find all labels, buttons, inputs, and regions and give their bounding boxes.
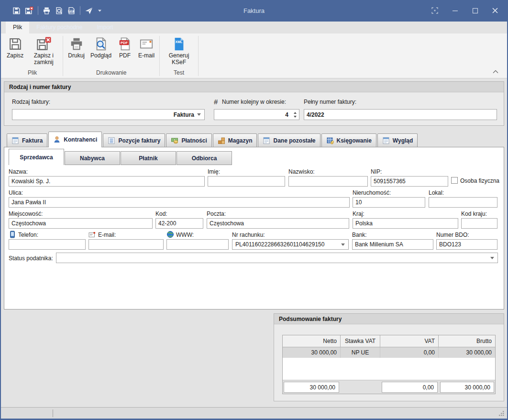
lokal-input[interactable] [429, 197, 497, 208]
rodzaj-faktury-combo[interactable]: Faktura [12, 109, 205, 120]
ulica-input[interactable] [9, 197, 350, 208]
telefon-input[interactable] [9, 239, 86, 250]
pdf-icon: PDF [118, 37, 132, 51]
boxes-icon [218, 137, 225, 144]
focus-mode-button[interactable] [429, 4, 441, 17]
globe-icon [166, 231, 174, 238]
email-small-icon [88, 231, 96, 239]
subtab-platnik[interactable]: Płatnik [121, 151, 176, 165]
tab-label: Faktura [22, 137, 43, 144]
resize-grip[interactable] [498, 410, 505, 417]
button-label: Drukuj [68, 53, 85, 59]
ribbon: Zapisz Zapisz i zamknij Plik Drukuj Podg… [0, 33, 508, 78]
tab-wyglad[interactable]: Wygląd [377, 133, 418, 147]
nr-rachunku-label: Nr rachunku: [232, 232, 265, 238]
tab-platnosci[interactable]: Płatności [166, 133, 211, 147]
numer-kolejny-spinner[interactable]: 4 [214, 109, 299, 120]
subtab-sprzedawca[interactable]: Sprzedawca [9, 149, 64, 165]
save-close-icon [36, 37, 51, 51]
maximize-button[interactable] [469, 4, 481, 17]
button-label: Zapisz i zamknij [29, 53, 58, 66]
subtab-odbiorca[interactable]: Odbiorca [177, 151, 232, 165]
spinner-value: 4 [214, 110, 291, 120]
status-podatnika-label: Status podatnika: [9, 255, 53, 262]
nip-label: NIP: [371, 168, 382, 175]
imie-label: Imię: [208, 168, 220, 175]
list-icon [108, 137, 115, 144]
miejscowosc-input[interactable] [9, 218, 153, 229]
email-icon [139, 37, 154, 51]
email-button[interactable]: E-mail [135, 34, 157, 59]
groupbox-title: Podsumowanie faktury [274, 314, 504, 324]
poczta-label: Poczta: [207, 210, 226, 217]
tab-dane-pozostale[interactable]: Dane pozostałe [258, 133, 320, 147]
ribbon-tab-plik[interactable]: Plik [6, 22, 29, 33]
nip-input[interactable] [371, 176, 448, 187]
tab-label: Kontrahenci [64, 136, 97, 143]
zapisz-button[interactable]: Zapisz [4, 34, 26, 59]
money-icon [171, 137, 178, 144]
tab-label: Wygląd [393, 137, 413, 144]
button-label: E-mail [138, 53, 155, 59]
ribbon-group-label: Drukowanie [65, 68, 157, 78]
table-empty-area [283, 358, 495, 380]
tab-pozycje-faktury[interactable]: Pozycje faktury [103, 133, 165, 147]
nieruchomosc-label: Nieruchomość: [353, 189, 391, 196]
spin-down-icon[interactable] [294, 116, 297, 118]
tab-magazyn[interactable]: Magazyn [213, 133, 257, 147]
summary-groupbox: Podsumowanie faktury Netto Stawka VAT VA… [274, 313, 504, 401]
window-controls [429, 4, 501, 17]
maximize-icon [472, 7, 479, 14]
cell-vat: 0,00 [380, 347, 439, 358]
poczta-input[interactable] [207, 218, 349, 229]
close-button[interactable] [489, 4, 501, 17]
column-header-netto: Netto [283, 335, 341, 347]
zapisz-i-zamknij-button[interactable]: Zapisz i zamknij [26, 34, 61, 66]
subtab-nabywca[interactable]: Nabywca [65, 151, 120, 165]
tab-ksiegowanie[interactable]: Księgowanie [321, 133, 376, 147]
ribbon-group-label: Plik [4, 68, 61, 78]
kraj-label: Kraj: [353, 210, 364, 217]
email-input[interactable] [88, 239, 164, 250]
xml-file-icon: XML [172, 37, 186, 51]
imie-input[interactable] [208, 176, 285, 187]
ribbon-group-test: XML Generuj KSeF Test [161, 34, 197, 78]
combo-value: Faktura [12, 111, 197, 118]
nieruchomosc-input[interactable] [353, 197, 425, 208]
osoba-fizyczna-checkbox[interactable] [451, 177, 458, 184]
status-bar-divider [53, 409, 53, 417]
ribbon-collapse-button[interactable] [492, 69, 499, 75]
cell-stawka-vat: NP UE [341, 347, 380, 358]
column-header-stawka-vat: Stawka VAT [341, 335, 380, 347]
status-podatnika-combo[interactable] [56, 253, 498, 263]
nazwa-input[interactable] [9, 176, 205, 187]
total-netto: 30 000,00 [284, 382, 339, 393]
miejscowosc-label: Miejscowość: [9, 210, 43, 217]
nazwisko-input[interactable] [288, 176, 368, 187]
svg-text:PDF: PDF [121, 41, 128, 45]
pelny-numer-input[interactable] [304, 109, 497, 120]
close-icon [491, 7, 499, 14]
ribbon-tab-import[interactable]: Import [89, 22, 120, 33]
podglad-button[interactable]: Podgląd [88, 34, 114, 59]
ribbon-tab-faktury-pochodne[interactable]: Faktury pochodne [29, 22, 89, 33]
numer-bdo-label: Numer BDO: [436, 232, 469, 238]
invoice-type-groupbox: Rodzaj i numer faktury Rodzaj faktury: F… [4, 81, 504, 126]
bank-input[interactable] [352, 239, 433, 250]
kod-input[interactable] [155, 218, 203, 229]
kod-kraju-input[interactable] [461, 218, 497, 229]
ribbon-group-plik: Zapisz Zapisz i zamknij Plik [3, 34, 62, 78]
ledger-icon [326, 137, 334, 144]
numer-bdo-input[interactable] [436, 239, 497, 250]
generuj-ksef-button[interactable]: XML Generuj KSeF [162, 34, 196, 66]
spin-up-icon[interactable] [294, 112, 297, 114]
tab-kontrahenci[interactable]: Kontrahenci [48, 132, 102, 147]
kraj-input[interactable] [353, 218, 458, 229]
www-input[interactable] [166, 239, 229, 250]
pdf-button-large[interactable]: PDF PDF [114, 34, 135, 59]
tab-faktura[interactable]: Faktura [7, 133, 47, 147]
nr-rachunku-combo[interactable]: PL40116022286632601104629150 [232, 239, 349, 250]
drukuj-button[interactable]: Drukuj [65, 34, 88, 59]
tab-label: Płatności [181, 137, 207, 144]
minimize-button[interactable] [449, 4, 461, 17]
